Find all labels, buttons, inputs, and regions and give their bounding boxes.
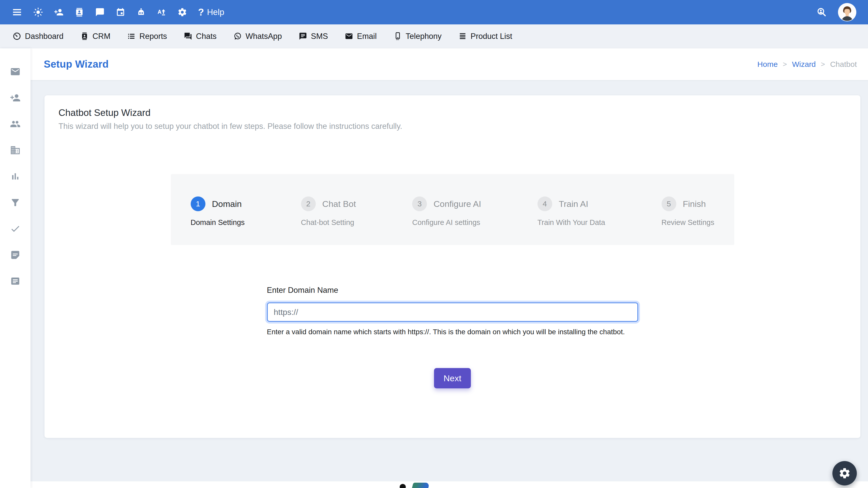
nav-item-dashboard[interactable]: Dashboard [13,32,64,41]
settings-fab[interactable] [832,461,857,485]
messages-button[interactable] [95,7,105,17]
nav-item-label: Dashboard [25,32,64,41]
nav-item-reports[interactable]: Reports [127,32,167,41]
contacts-button[interactable] [74,7,84,17]
calendar-icon [116,7,125,17]
theme-toggle-button[interactable] [33,7,43,17]
footer-logo [411,483,429,488]
topbar: ? Help [0,0,868,24]
step-number-badge: 1 [191,196,206,211]
sms-bubble-icon [299,32,307,40]
breadcrumb-home[interactable]: Home [757,60,778,69]
chat-bubble-icon [95,7,105,17]
sidebar-item-tasks[interactable] [0,216,31,242]
step-number-badge: 2 [301,196,316,211]
nav-item-telephony[interactable]: Telephony [394,32,442,41]
avatar-image [838,3,856,21]
nav-item-label: Chats [196,32,217,41]
calendar-button[interactable] [116,7,125,17]
mail-icon [10,66,21,77]
email-envelope-icon [345,32,353,40]
module-navbar: Dashboard CRM Reports Chats [0,24,868,48]
sidebar-item-filter[interactable] [0,189,31,216]
sidebar-item-catalog[interactable] [0,268,31,294]
wizard-subtitle: This wizard will help you to setup your … [59,122,846,131]
breadcrumb: Home > Wizard > Chatbot [757,60,857,69]
main-column: Setup Wizard Home > Wizard > Chatbot Cha… [31,48,868,488]
step-subtitle: Train With Your Data [537,218,606,227]
step-number-badge: 3 [412,196,427,211]
menu-button[interactable] [12,7,22,18]
step-configure-ai[interactable]: 3 Configure AI Configure AI settings [412,196,481,227]
breadcrumb-wizard[interactable]: Wizard [792,60,816,69]
nav-item-crm[interactable]: CRM [80,32,111,41]
step-title: Train AI [559,199,588,209]
breadcrumb-separator: > [821,60,825,68]
brightness-icon [33,7,43,17]
step-title: Chat Bot [322,199,356,209]
step-subtitle: Domain Settings [191,218,245,227]
nav-item-sms[interactable]: SMS [299,32,328,41]
bot-button[interactable] [136,7,146,17]
sidebar-item-analytics[interactable] [0,163,31,189]
next-button[interactable]: Next [434,368,471,388]
bar-chart-icon [10,171,21,182]
check-icon [10,223,21,234]
step-number-badge: 4 [537,196,552,211]
wizard-card: Chatbot Setup Wizard This wizard will he… [44,95,860,438]
people-icon [10,119,21,129]
user-avatar[interactable] [838,3,856,21]
app-root: ? Help [0,0,868,488]
nav-item-whatsapp[interactable]: WhatsApp [234,32,282,41]
sidebar-item-notes[interactable] [0,242,31,268]
sidebar-item-add-contact[interactable] [0,85,31,111]
step-train-ai[interactable]: 4 Train AI Train With Your Data [537,196,606,227]
step-chat-bot[interactable]: 2 Chat Bot Chat-bot Setting [301,196,356,227]
nav-item-label: Email [357,32,377,41]
page-title: Setup Wizard [44,59,108,70]
step-subtitle: Configure AI settings [412,218,481,227]
telephony-phone-icon [394,32,402,40]
step-finish[interactable]: 5 Finish Review Settings [661,196,714,227]
person-search-icon [816,7,827,18]
notes-icon [10,250,21,260]
add-user-button[interactable] [54,7,64,17]
step-domain[interactable]: 1 Domain Domain Settings [191,196,245,227]
help-icon: ? [198,7,204,18]
domain-helper-text: Enter a valid domain name which starts w… [267,328,638,336]
search-button[interactable] [816,7,827,18]
step-title: Configure AI [433,199,481,209]
step-number-badge: 5 [661,196,676,211]
sidebar-item-contacts[interactable] [0,111,31,137]
sidebar-item-company[interactable] [0,137,31,163]
step-title: Domain [212,199,242,209]
gear-icon [178,7,187,17]
dashboard-icon [13,32,21,40]
step-title: Finish [683,199,706,209]
footer [31,481,868,488]
contact-card-icon [74,7,84,17]
nav-item-email[interactable]: Email [345,32,377,41]
font-size-button[interactable] [157,7,166,17]
reports-list-icon [127,32,135,40]
crm-card-icon [80,32,89,40]
settings-button[interactable] [178,7,187,17]
sidebar-item-mail[interactable] [0,59,31,85]
whatsapp-icon [234,32,242,40]
person-add-icon [54,7,64,17]
nav-item-label: Reports [139,32,167,41]
domain-form: Enter Domain Name Enter a valid domain n… [267,286,638,336]
nav-item-product-list[interactable]: Product List [458,32,512,41]
nav-item-chats[interactable]: Chats [184,32,217,41]
chats-bubbles-icon [184,32,192,40]
breadcrumb-current: Chatbot [830,60,857,69]
wizard-stepper: 1 Domain Domain Settings 2 Chat Bot Chat… [171,174,734,245]
help-button[interactable]: ? Help [198,7,224,18]
company-building-icon [10,145,21,156]
domain-input[interactable] [267,302,638,322]
domain-input-label: Enter Domain Name [267,286,638,295]
content-area: Chatbot Setup Wizard This wizard will he… [31,80,868,481]
robot-icon [136,7,146,17]
help-label: Help [207,7,224,17]
menu-icon [12,7,22,18]
